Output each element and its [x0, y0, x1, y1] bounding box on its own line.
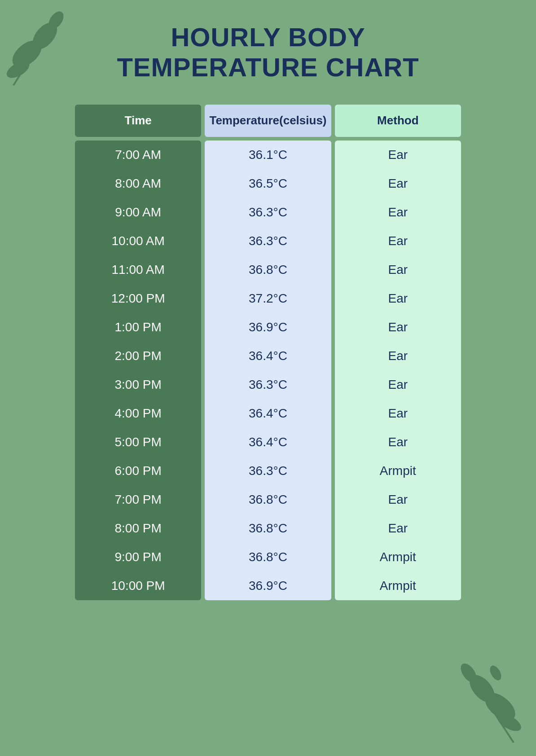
temperature-column: 36.1°C36.5°C36.3°C36.3°C36.8°C37.2°C36.9… [205, 141, 331, 600]
table-row: Ear [335, 198, 461, 227]
table-row: 8:00 PM [75, 514, 201, 543]
table-row: Ear [335, 428, 461, 457]
table-row: Ear [335, 342, 461, 370]
table-row: 36.9°C [205, 313, 331, 342]
table-row: Ear [335, 370, 461, 399]
table-row: 1:00 PM [75, 313, 201, 342]
table-row: 6:00 PM [75, 457, 201, 485]
table-row: Ear [335, 284, 461, 313]
table-row: 37.2°C [205, 284, 331, 313]
table-row: 36.3°C [205, 457, 331, 485]
table-row: 3:00 PM [75, 370, 201, 399]
header-method: Method [335, 105, 461, 136]
table-row: 9:00 AM [75, 198, 201, 227]
table-row: 36.8°C [205, 514, 331, 543]
chart-wrapper: Time Temperature (celsius) Method 7:00 A… [75, 105, 461, 600]
table-row: 36.4°C [205, 342, 331, 370]
header-time: Time [75, 105, 201, 136]
table-row: 36.4°C [205, 428, 331, 457]
table-header-row: Time Temperature (celsius) Method [75, 105, 461, 136]
table-row: 8:00 AM [75, 169, 201, 198]
table-row: 36.8°C [205, 485, 331, 514]
leaf-decoration-bottom-right [437, 648, 527, 747]
table-row: 36.3°C [205, 370, 331, 399]
table-row: Ear [335, 485, 461, 514]
table-row: 7:00 AM [75, 141, 201, 169]
table-row: 4:00 PM [75, 399, 201, 428]
table-row: 36.1°C [205, 141, 331, 169]
table-row: Ear [335, 255, 461, 284]
table-row: Ear [335, 169, 461, 198]
table-row: Ear [335, 313, 461, 342]
table-row: 2:00 PM [75, 342, 201, 370]
table-row: 36.3°C [205, 227, 331, 255]
table-row: 12:00 PM [75, 284, 201, 313]
table-row: 5:00 PM [75, 428, 201, 457]
table-row: Armpit [335, 543, 461, 571]
table-row: 7:00 PM [75, 485, 201, 514]
table-row: Armpit [335, 457, 461, 485]
table-row: 36.4°C [205, 399, 331, 428]
header-temperature: Temperature (celsius) [205, 105, 331, 136]
table-row: 10:00 AM [75, 227, 201, 255]
table-row: 36.5°C [205, 169, 331, 198]
page-title: HOURLY BODY TEMPERATURE CHART [90, 22, 446, 82]
table-row: 36.3°C [205, 198, 331, 227]
table-row: Ear [335, 227, 461, 255]
table-row: 36.9°C [205, 571, 331, 600]
table-row: Ear [335, 514, 461, 543]
leaf-decoration-top-left [0, 0, 81, 90]
method-column: EarEarEarEarEarEarEarEarEarEarEarArmpitE… [335, 141, 461, 600]
table-row: 11:00 AM [75, 255, 201, 284]
table-row: 36.8°C [205, 543, 331, 571]
table-row: 9:00 PM [75, 543, 201, 571]
table-row: Armpit [335, 571, 461, 600]
table-row: Ear [335, 141, 461, 169]
table-row: 10:00 PM [75, 571, 201, 600]
table-row: Ear [335, 399, 461, 428]
table-body: 7:00 AM8:00 AM9:00 AM10:00 AM11:00 AM12:… [75, 141, 461, 600]
table-row: 36.8°C [205, 255, 331, 284]
time-column: 7:00 AM8:00 AM9:00 AM10:00 AM11:00 AM12:… [75, 141, 201, 600]
svg-point-10 [488, 664, 503, 682]
